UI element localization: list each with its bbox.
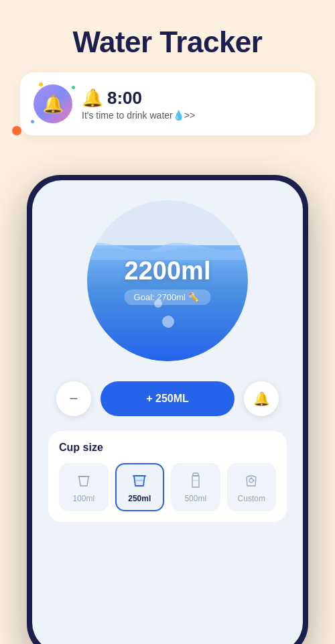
water-circle-container: 2200ml Goal: 2700ml ✏️ (87, 200, 248, 361)
water-goal-label: Goal: 2700ml (134, 292, 186, 302)
decoration-dot (12, 126, 21, 135)
bubble-2 (162, 316, 174, 328)
sparkle-tl (39, 82, 43, 86)
notification-card: 🔔 🔔 8:00 It's time to drink water💧>> (20, 72, 315, 135)
cup-option-custom[interactable]: Custom (227, 463, 277, 511)
add-water-button[interactable]: + 250ML (100, 381, 234, 416)
notification-message: It's time to drink water💧>> (82, 110, 302, 121)
cup-500ml-label: 500ml (184, 494, 206, 503)
cup-250ml-icon (130, 471, 149, 490)
cup-custom-label: Custom (238, 494, 265, 503)
notification-text: 🔔 8:00 It's time to drink water💧>> (82, 88, 302, 121)
cup-custom-icon (242, 471, 261, 490)
sparkle-bl (31, 120, 34, 123)
cup-section-title: Cup size (59, 442, 276, 454)
cup-option-100ml[interactable]: 100ml (59, 463, 109, 511)
phone-screen: 2200ml Goal: 2700ml ✏️ − + 250ML 🔔 Cup s… (32, 180, 303, 644)
cup-option-500ml[interactable]: 500ml (171, 463, 220, 511)
sparkle-tr (72, 86, 75, 89)
page-title: Water Tracker (0, 0, 335, 72)
cup-options-list: 100ml 250ml (59, 463, 276, 511)
minus-button[interactable]: − (56, 381, 91, 416)
notification-avatar: 🔔 (34, 84, 72, 123)
bell-button[interactable]: 🔔 (244, 381, 279, 416)
cup-size-section: Cup size 100ml 25 (48, 431, 287, 522)
phone-frame: 2200ml Goal: 2700ml ✏️ − + 250ML 🔔 Cup s… (27, 175, 308, 644)
water-current-amount: 2200ml (125, 257, 211, 285)
svg-point-2 (249, 478, 253, 482)
cup-100ml-label: 100ml (72, 494, 94, 503)
notification-time: 🔔 8:00 (82, 88, 302, 109)
notification-time-icon: 🔔 (82, 88, 103, 109)
water-text-overlay: 2200ml Goal: 2700ml ✏️ (125, 257, 211, 305)
controls-row: − + 250ML 🔔 (48, 381, 287, 416)
water-goal-edit-icon: ✏️ (188, 292, 199, 302)
cup-250ml-label: 250ml (128, 494, 151, 503)
cup-500ml-icon (186, 471, 205, 490)
cup-option-250ml[interactable]: 250ml (115, 463, 165, 511)
notification-time-value: 8:00 (107, 88, 142, 109)
water-goal: Goal: 2700ml ✏️ (125, 289, 211, 305)
cup-100ml-icon (74, 471, 93, 490)
